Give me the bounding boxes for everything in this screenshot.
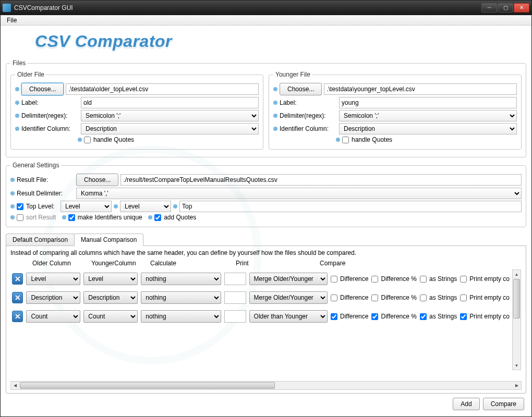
sort-result-checkbox[interactable] <box>17 214 23 221</box>
older-column-select[interactable]: Description <box>26 291 80 304</box>
calculate-extra-input[interactable] <box>224 291 246 304</box>
make-unique-checkbox[interactable] <box>68 214 75 221</box>
younger-column-select[interactable]: Count <box>83 310 138 323</box>
vertical-scrollbar[interactable]: ▲ ▼ <box>512 269 521 370</box>
older-column-select[interactable]: Level <box>26 273 80 285</box>
toplevel-select-1[interactable]: Level <box>61 201 112 212</box>
difference-label[interactable]: Difference <box>331 294 368 301</box>
print-select[interactable]: Merge Older/Younger <box>249 291 328 304</box>
window-title: CSVComparator GUI <box>14 4 481 11</box>
print-empty-checkbox[interactable] <box>460 295 467 301</box>
info-icon <box>10 191 15 195</box>
older-path-input[interactable] <box>66 83 259 95</box>
toplevel-select-2[interactable]: Level <box>120 201 171 212</box>
info-icon <box>62 215 66 219</box>
titlebar[interactable]: CSVComparator GUI ─ ▢ ✕ <box>1 1 531 15</box>
close-button[interactable]: ✕ <box>514 3 529 13</box>
older-identifier-select[interactable]: Description <box>81 123 259 134</box>
print-empty-label[interactable]: Print empty co <box>460 275 510 283</box>
files-legend: Files <box>10 59 28 67</box>
menu-file[interactable]: File <box>4 16 20 25</box>
older-legend: Older File <box>15 71 46 78</box>
older-handle-quotes-label[interactable]: handle Quotes <box>84 136 134 143</box>
difference-pct-label[interactable]: Difference % <box>371 294 416 301</box>
print-select[interactable]: Older than Younger <box>249 310 328 323</box>
delete-row-button[interactable]: ✕ <box>12 311 23 322</box>
print-empty-checkbox[interactable] <box>460 313 467 320</box>
comparison-tabs: Default Comparison Manual Comparison <box>6 234 526 246</box>
younger-handle-quotes-label[interactable]: handle Quotes <box>342 136 392 143</box>
younger-handle-quotes-checkbox[interactable] <box>342 137 349 143</box>
difference-pct-checkbox[interactable] <box>371 313 378 320</box>
older-ident-lbl: Identifier Column: <box>21 125 79 132</box>
as-strings-label[interactable]: as Strings <box>420 294 457 301</box>
add-button[interactable]: Add <box>453 398 479 410</box>
calculate-extra-input[interactable] <box>224 310 246 323</box>
scroll-left-icon[interactable]: ◀ <box>11 382 19 389</box>
younger-column-select[interactable]: Level <box>83 273 138 285</box>
add-quotes-label[interactable]: add Quotes <box>154 214 196 221</box>
maximize-button[interactable]: ▢ <box>498 3 513 13</box>
difference-pct-checkbox[interactable] <box>371 276 378 283</box>
scroll-thumb[interactable] <box>513 279 520 318</box>
as-strings-label[interactable]: as Strings <box>420 313 457 320</box>
younger-label-input[interactable] <box>339 97 517 108</box>
print-empty-checkbox[interactable] <box>460 276 467 283</box>
difference-label[interactable]: Difference <box>331 275 368 283</box>
result-file-input[interactable] <box>120 174 522 186</box>
add-quotes-checkbox[interactable] <box>154 214 161 221</box>
tab-default-comparison[interactable]: Default Comparison <box>6 234 75 246</box>
difference-pct-label[interactable]: Difference % <box>371 275 416 283</box>
result-delimiter-select[interactable]: Komma ',' <box>76 188 522 199</box>
younger-ident-lbl: Identifier Column: <box>280 125 337 132</box>
print-empty-label[interactable]: Print empty co <box>460 313 510 320</box>
difference-checkbox[interactable] <box>331 295 337 301</box>
horizontal-scrollbar[interactable]: ◀ ▶ <box>10 381 522 390</box>
compare-button[interactable]: Compare <box>483 398 524 410</box>
scroll-down-icon[interactable]: ▼ <box>513 361 521 370</box>
scroll-thumb[interactable] <box>20 382 275 389</box>
manual-table-header: Older Column YoungerColumn Calculate Pri… <box>31 260 522 267</box>
result-choose-button[interactable]: Choose... <box>76 174 118 186</box>
older-handle-quotes-checkbox[interactable] <box>84 137 91 143</box>
calculate-select[interactable]: nothing <box>141 291 221 304</box>
calculate-select[interactable]: nothing <box>141 273 221 285</box>
tab-manual-comparison[interactable]: Manual Comparison <box>74 234 143 246</box>
younger-column-select[interactable]: Description <box>83 291 138 304</box>
app-logo: CSV Comparator <box>35 32 172 51</box>
minimize-button[interactable]: ─ <box>481 3 497 13</box>
difference-label[interactable]: Difference <box>331 313 368 320</box>
print-empty-label[interactable]: Print empty co <box>460 294 510 301</box>
younger-delimiter-select[interactable]: Semicolon ';' <box>339 110 517 121</box>
info-icon <box>78 138 82 142</box>
younger-path-input[interactable] <box>324 83 517 95</box>
calculate-select[interactable]: nothing <box>141 310 221 323</box>
delete-row-button[interactable]: ✕ <box>12 273 23 285</box>
older-choose-button[interactable]: Choose... <box>21 83 64 95</box>
result-file-lbl: Result File: <box>17 176 74 183</box>
print-select[interactable]: Merge Older/Younger <box>249 273 328 285</box>
calculate-extra-input[interactable] <box>224 273 246 285</box>
scroll-right-icon[interactable]: ▶ <box>513 382 521 389</box>
older-column-select[interactable]: Count <box>26 310 80 323</box>
toplevel-text-input[interactable] <box>179 201 522 212</box>
toplevel-checkbox[interactable] <box>17 203 23 210</box>
difference-checkbox[interactable] <box>331 276 337 283</box>
as-strings-checkbox[interactable] <box>420 295 427 301</box>
as-strings-label[interactable]: as Strings <box>420 275 457 283</box>
as-strings-checkbox[interactable] <box>420 313 427 320</box>
delete-row-button[interactable]: ✕ <box>12 292 23 303</box>
as-strings-checkbox[interactable] <box>420 276 427 283</box>
difference-pct-checkbox[interactable] <box>371 295 378 301</box>
make-unique-label[interactable]: make Identifiers unique <box>68 214 142 221</box>
difference-pct-label[interactable]: Difference % <box>371 313 416 320</box>
scroll-up-icon[interactable]: ▲ <box>513 270 521 278</box>
difference-checkbox[interactable] <box>331 313 337 320</box>
younger-choose-button[interactable]: Choose... <box>280 83 322 95</box>
info-icon <box>15 114 19 118</box>
older-delimiter-select[interactable]: Semicolon ';' <box>81 110 259 121</box>
younger-identifier-select[interactable]: Description <box>339 123 517 134</box>
toplevel-label[interactable]: Top Level: <box>17 203 58 210</box>
older-label-input[interactable] <box>81 97 259 108</box>
sort-result-label[interactable]: sort Result <box>17 214 56 221</box>
